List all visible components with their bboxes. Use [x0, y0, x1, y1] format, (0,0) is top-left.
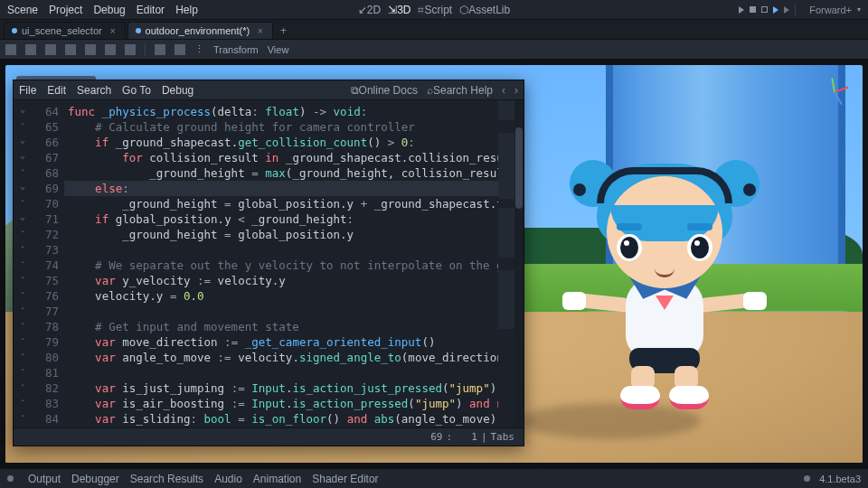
status-col: 1: [471, 431, 477, 443]
script-menu-file[interactable]: File: [19, 84, 36, 97]
menu-debug[interactable]: Debug: [93, 4, 125, 16]
move-tool-icon[interactable]: [25, 44, 36, 55]
bottom-panel-bar: OutputDebuggerSearch ResultsAudioAnimati…: [0, 468, 868, 488]
bottom-panel-output[interactable]: Output: [28, 473, 61, 485]
new-scene-button[interactable]: +: [275, 23, 292, 39]
workspace-tab-script[interactable]: ⌗Script: [418, 4, 452, 16]
menu-editor[interactable]: Editor: [137, 4, 165, 16]
bottom-panel-animation[interactable]: Animation: [253, 473, 301, 485]
viewport-toolbar: ⋮ Transform View: [0, 40, 868, 60]
run-controls: Forward+ ▾: [739, 5, 861, 15]
scene-icon: [136, 28, 141, 33]
version-label: 4.1.beta3: [819, 474, 861, 484]
scene-tab[interactable]: outdoor_environment(*)×: [127, 22, 273, 39]
workspace-switcher: ↙2D⇲3D⌗Script⬡AssetLib: [358, 4, 510, 16]
separator: [795, 5, 804, 15]
bottom-panel-debugger[interactable]: Debugger: [71, 473, 119, 485]
viewport-gizmo[interactable]: [819, 76, 850, 107]
tool-icon[interactable]: [175, 44, 185, 55]
close-icon[interactable]: ×: [258, 26, 263, 36]
nav-back-icon[interactable]: ‹: [502, 84, 505, 97]
scene-tab-label: outdoor_environment(*): [146, 25, 250, 36]
close-icon[interactable]: ×: [110, 26, 116, 36]
status-line: 69: [430, 431, 442, 443]
main-menubar: SceneProjectDebugEditorHelp ↙2D⇲3D⌗Scrip…: [0, 0, 868, 20]
line-number-gutter: 64 65 66 67 68 69 70 71 72 73 74 75 76 7…: [32, 100, 64, 427]
scene-icon: [12, 28, 17, 33]
rotate-tool-icon[interactable]: [45, 44, 56, 55]
tool-icon[interactable]: [85, 44, 96, 55]
minimap[interactable]: [498, 100, 514, 427]
viewport-area: ⦿ Perspective FileEditSearchGo ToDebug ⧉…: [0, 60, 868, 468]
scene-character: [570, 160, 760, 431]
play-icon[interactable]: [739, 6, 744, 14]
scrollbar-vertical[interactable]: [514, 100, 524, 427]
scene-tab[interactable]: ui_scene_selector×: [4, 22, 126, 39]
transform-menu[interactable]: Transform: [213, 44, 259, 55]
menu-scene[interactable]: Scene: [7, 4, 38, 16]
status-dot-icon: [804, 475, 810, 482]
stop-icon[interactable]: [761, 6, 768, 13]
code-editor[interactable]: ⌄·⌄⌄·⌄·⌄··············· 64 65 66 67 68 6…: [14, 100, 524, 427]
script-menu-search[interactable]: Search: [77, 84, 111, 97]
workspace-tab-2d[interactable]: ↙2D: [358, 4, 381, 16]
fold-gutter[interactable]: ⌄·⌄⌄·⌄·⌄···············: [14, 100, 32, 427]
search-help-link[interactable]: ⌕Search Help: [427, 84, 493, 97]
scale-tool-icon[interactable]: [65, 44, 76, 55]
bottom-panel-search-results[interactable]: Search Results: [130, 473, 203, 485]
script-menu-edit[interactable]: Edit: [47, 84, 66, 97]
menu-help[interactable]: Help: [175, 4, 198, 16]
select-tool-icon[interactable]: [5, 44, 16, 55]
scene-tab-bar: ui_scene_selector×outdoor_environment(*)…: [0, 20, 868, 40]
online-docs-link[interactable]: ⧉Online Docs: [351, 84, 418, 97]
menu-project[interactable]: Project: [49, 4, 82, 16]
chevron-down-icon: ▾: [857, 5, 861, 14]
script-status-bar: 69 : 1 | Tabs: [14, 427, 524, 446]
nav-fwd-icon[interactable]: ›: [514, 84, 518, 97]
workspace-tab-3d[interactable]: ⇲3D: [388, 4, 410, 16]
script-menubar: FileEditSearchGo ToDebug ⧉Online Docs ⌕S…: [14, 80, 524, 100]
bottom-panel-audio[interactable]: Audio: [214, 473, 242, 485]
scene-tab-label: ui_scene_selector: [22, 25, 102, 36]
tool-icon[interactable]: [105, 44, 116, 55]
renderer-dropdown[interactable]: Forward+: [809, 5, 852, 15]
tool-icon[interactable]: [125, 44, 136, 55]
bottom-panel-shader-editor[interactable]: Shader Editor: [312, 473, 378, 485]
workspace-tab-assetlib[interactable]: ⬡AssetLib: [459, 4, 510, 16]
pause-icon[interactable]: [750, 6, 756, 13]
status-indent[interactable]: Tabs: [491, 431, 515, 443]
script-menu-go-to[interactable]: Go To: [122, 84, 151, 97]
script-editor-panel: FileEditSearchGo ToDebug ⧉Online Docs ⌕S…: [13, 80, 524, 446]
play-scene-icon[interactable]: [773, 6, 778, 14]
panel-indicator-icon: [7, 475, 14, 482]
code-text-area[interactable]: func _physics_process(delta: float) -> v…: [64, 100, 498, 427]
view-menu[interactable]: View: [268, 44, 289, 55]
separator: [145, 43, 146, 56]
script-menu-debug[interactable]: Debug: [162, 84, 193, 97]
snap-tool-icon[interactable]: [155, 44, 165, 55]
tool-more-icon[interactable]: ⋮: [194, 43, 204, 55]
play-custom-icon[interactable]: [784, 6, 789, 14]
